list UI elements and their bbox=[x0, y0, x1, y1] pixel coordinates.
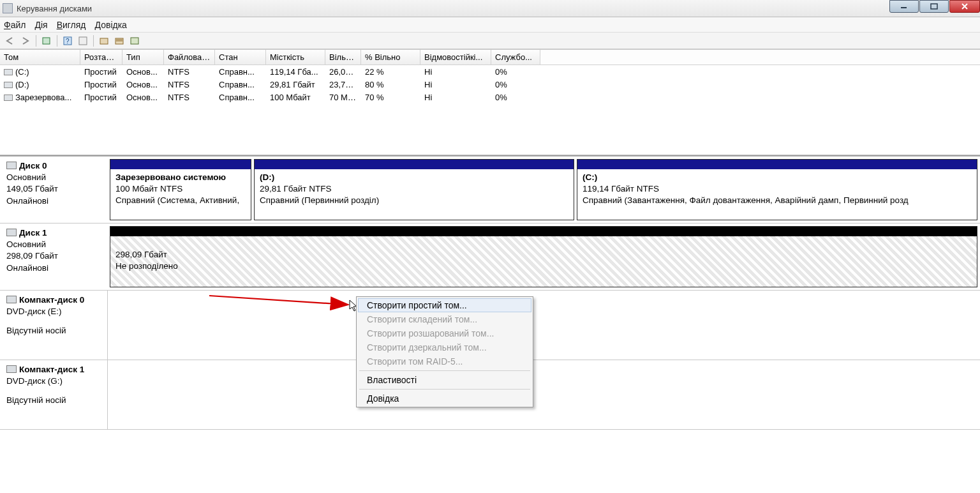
partition-header-bar bbox=[255, 160, 574, 169]
table-header-row: Том Розташ... Тип Файлова ... Стан Містк… bbox=[0, 50, 980, 65]
disk-name: Компакт-диск 0 bbox=[19, 295, 84, 305]
disk-state: Відсутній носій bbox=[6, 325, 101, 337]
disk-row: Диск 0Основний149,05 ГбайтОнлайновіЗарез… bbox=[0, 156, 980, 224]
partition-title: Зарезервовано системою bbox=[115, 172, 246, 183]
menu-action[interactable]: Дія bbox=[34, 20, 47, 30]
volume-partition[interactable]: (C:)119,14 Гбайт NTFSСправний (Завантаже… bbox=[577, 159, 977, 220]
partition-header-bar bbox=[110, 227, 977, 236]
toolbar-icon-4[interactable] bbox=[128, 34, 141, 47]
context-separator bbox=[359, 370, 530, 371]
context-item[interactable]: Властивості bbox=[358, 373, 531, 387]
toolbar-icon-2[interactable] bbox=[98, 34, 110, 47]
context-item: Створити складений том... bbox=[358, 312, 531, 326]
partition-line2: 298,09 Гбайт bbox=[115, 249, 972, 261]
disk-type: DVD-диск (E:) bbox=[6, 306, 101, 317]
volume-partition[interactable]: Зарезервовано системою100 Мбайт NTFSСпра… bbox=[110, 159, 251, 220]
unallocated-partition[interactable]: 298,09 ГбайтНе розподілено bbox=[110, 226, 977, 287]
disk-row: Диск 1Основний298,09 ГбайтОнлайнові298,0… bbox=[0, 224, 980, 291]
partition-container: Зарезервовано системою100 Мбайт NTFSСпра… bbox=[107, 156, 980, 223]
context-item[interactable]: Створити простий том... bbox=[358, 298, 531, 312]
disk-name: Компакт-диск 1 bbox=[19, 365, 84, 374]
col-header-volume[interactable]: Том bbox=[0, 50, 80, 64]
disk-icon bbox=[6, 296, 17, 303]
col-header-status[interactable]: Стан bbox=[215, 50, 266, 64]
col-header-fs[interactable]: Файлова ... bbox=[164, 50, 215, 64]
context-separator bbox=[359, 389, 530, 390]
partition-line2: 119,14 Гбайт NTFS bbox=[583, 183, 972, 195]
table-row[interactable]: (C:) Простий Основ... NTFS Справн... 119… bbox=[0, 65, 980, 78]
table-row[interactable]: (D:) Простий Основ... NTFS Справн... 29,… bbox=[0, 78, 980, 91]
disk-name: Диск 0 bbox=[19, 161, 47, 171]
refresh-icon[interactable] bbox=[40, 34, 53, 47]
toolbar-icon-3[interactable] bbox=[113, 34, 126, 47]
col-header-layout[interactable]: Розташ... bbox=[80, 50, 122, 64]
partition-line2: 100 Мбайт NTFS bbox=[115, 183, 246, 195]
disk-name: Диск 1 bbox=[19, 228, 47, 238]
partition-header-bar bbox=[110, 160, 251, 169]
disk-info[interactable]: Компакт-диск 1DVD-диск (G:)Відсутній нос… bbox=[0, 360, 107, 429]
context-item: Створити розшарований том... bbox=[358, 326, 531, 340]
col-header-capacity[interactable]: Місткість bbox=[266, 50, 325, 64]
col-header-fault[interactable]: Відмовостійкі... bbox=[420, 50, 491, 64]
partition-line3: Не розподілено bbox=[115, 261, 972, 272]
svg-rect-1 bbox=[931, 4, 937, 9]
app-icon bbox=[3, 3, 13, 13]
disk-type: Основний bbox=[6, 239, 101, 250]
toolbar-separator bbox=[36, 35, 36, 47]
disk-icon bbox=[6, 229, 17, 236]
empty-partition-area bbox=[107, 360, 980, 429]
disk-icon bbox=[6, 365, 17, 373]
col-header-free[interactable]: Вільн... bbox=[325, 50, 361, 64]
col-header-overhead[interactable]: Службо... bbox=[491, 50, 540, 64]
col-header-type[interactable]: Тип bbox=[122, 50, 164, 64]
context-item: Створити дзеркальний том... bbox=[358, 340, 531, 354]
volume-icon bbox=[4, 82, 13, 88]
maximize-button[interactable] bbox=[919, 0, 949, 13]
title-bar: Керування дисками bbox=[0, 0, 980, 17]
disk-state: Відсутній носій bbox=[6, 395, 101, 406]
window-controls bbox=[889, 0, 980, 13]
window-title: Керування дисками bbox=[17, 4, 92, 13]
context-item[interactable]: Довідка bbox=[358, 391, 531, 406]
minimize-button[interactable] bbox=[889, 0, 919, 13]
toolbar-separator bbox=[93, 35, 94, 47]
menu-file[interactable]: Файл bbox=[4, 20, 26, 30]
partition-line3: Справний (Система, Активний, bbox=[115, 195, 246, 206]
svg-rect-6 bbox=[100, 38, 108, 44]
nav-forward-button[interactable] bbox=[19, 34, 32, 47]
volume-partition[interactable]: (D:)29,81 Гбайт NTFSСправний (Первинний … bbox=[254, 159, 574, 220]
nav-back-button[interactable] bbox=[4, 34, 17, 47]
toolbar-icon-1[interactable] bbox=[77, 34, 89, 47]
svg-line-9 bbox=[209, 296, 347, 305]
disk-info[interactable]: Компакт-диск 0DVD-диск (E:)Відсутній нос… bbox=[0, 291, 107, 360]
toolbar: ? bbox=[0, 33, 980, 49]
annotation-arrow-icon bbox=[209, 292, 356, 311]
menu-view[interactable]: Вигляд bbox=[57, 20, 86, 30]
help-icon[interactable]: ? bbox=[61, 34, 74, 47]
close-button[interactable] bbox=[949, 0, 980, 13]
disk-size: 149,05 Гбайт bbox=[6, 183, 101, 195]
svg-rect-2 bbox=[43, 38, 50, 44]
menu-bar: Файл Дія Вигляд Довідка bbox=[0, 17, 980, 33]
table-row[interactable]: Зарезервова... Простий Основ... NTFS Спр… bbox=[0, 91, 980, 103]
volume-table: Том Розташ... Тип Файлова ... Стан Містк… bbox=[0, 49, 980, 155]
partition-title: (C:) bbox=[583, 172, 972, 183]
disk-icon bbox=[6, 162, 17, 169]
volume-icon bbox=[4, 95, 13, 101]
svg-rect-5 bbox=[79, 37, 87, 45]
svg-rect-0 bbox=[901, 7, 907, 8]
partition-header-bar bbox=[577, 160, 977, 169]
disk-size: 298,09 Гбайт bbox=[6, 250, 101, 262]
svg-text:?: ? bbox=[66, 38, 70, 45]
volume-icon bbox=[4, 69, 13, 75]
svg-rect-8 bbox=[131, 38, 138, 44]
menu-help[interactable]: Довідка bbox=[95, 20, 127, 30]
context-menu: Створити простий том...Створити складени… bbox=[356, 296, 533, 407]
partition-container: 298,09 ГбайтНе розподілено bbox=[107, 224, 980, 290]
disk-info[interactable]: Диск 0Основний149,05 ГбайтОнлайнові bbox=[0, 156, 107, 223]
disk-state: Онлайнові bbox=[6, 262, 101, 274]
partition-line2: 29,81 Гбайт NTFS bbox=[260, 183, 568, 195]
disk-info[interactable]: Диск 1Основний298,09 ГбайтОнлайнові bbox=[0, 224, 107, 290]
col-header-pctfree[interactable]: % Вільно bbox=[361, 50, 420, 64]
disk-type: DVD-диск (G:) bbox=[6, 375, 101, 387]
